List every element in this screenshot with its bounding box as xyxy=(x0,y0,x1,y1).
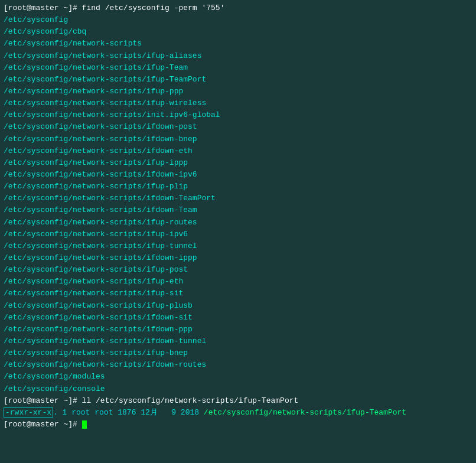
terminal-line: [root@master ~]# ll /etc/sysconfig/netwo… xyxy=(4,395,472,407)
cursor xyxy=(82,420,87,429)
terminal-line: -rwxr-xr-x. 1 root root 1876 12月 9 2018 … xyxy=(4,407,472,419)
terminal-line: /etc/sysconfig/network-scripts/ifup-Team xyxy=(4,62,472,74)
terminal-line: /etc/sysconfig/network-scripts/ifup-Team… xyxy=(4,74,472,86)
terminal-line: /etc/sysconfig/network-scripts/ifdown-pp… xyxy=(4,324,472,335)
terminal-line: /etc/sysconfig/network-scripts/ifup-eth xyxy=(4,276,472,288)
terminal-line: /etc/sysconfig/network-scripts/ifup-plus… xyxy=(4,300,472,312)
terminal-line: /etc/sysconfig xyxy=(4,14,472,26)
terminal-line: /etc/sysconfig/network-scripts/ifdown-ro… xyxy=(4,359,472,371)
terminal-line: /etc/sysconfig/cbq xyxy=(4,26,472,38)
terminal-line: /etc/sysconfig/modules xyxy=(4,371,472,383)
terminal-line: /etc/sysconfig/network-scripts/ifup-ipv6 xyxy=(4,229,472,240)
terminal-line: /etc/sysconfig/network-scripts/ifup-wire… xyxy=(4,97,472,109)
terminal-line: /etc/sysconfig/network-scripts/ifdown-Te… xyxy=(4,193,472,204)
terminal-line: /etc/sysconfig/network-scripts/ifup-bnep xyxy=(4,347,472,359)
terminal-line: /etc/sysconfig/network-scripts/ifdown-Te… xyxy=(4,204,472,216)
terminal-window: [root@master ~]# find /etc/sysconfig -pe… xyxy=(0,0,476,463)
terminal-line: /etc/sysconfig/network-scripts/ifup-post xyxy=(4,264,472,276)
terminal-line: /etc/sysconfig/network-scripts/ifdown-ip… xyxy=(4,252,472,264)
terminal-line: /etc/sysconfig/network-scripts/ifdown-si… xyxy=(4,312,472,324)
terminal-line: /etc/sysconfig/network-scripts/ifdown-et… xyxy=(4,145,472,157)
terminal-line: /etc/sysconfig/network-scripts xyxy=(4,38,472,50)
terminal-line: /etc/sysconfig/network-scripts/ifup-rout… xyxy=(4,217,472,229)
terminal-line: /etc/sysconfig/network-scripts/ifup-tunn… xyxy=(4,240,472,252)
terminal-line: /etc/sysconfig/network-scripts/ifdown-ip… xyxy=(4,169,472,181)
terminal-line: [root@master ~]# find /etc/sysconfig -pe… xyxy=(4,2,472,14)
file-link: /etc/sysconfig/network-scripts/ifup-Team… xyxy=(204,408,406,417)
permissions-box: -rwxr-xr-x xyxy=(4,407,53,418)
terminal-line: /etc/sysconfig/network-scripts/ifup-plip xyxy=(4,181,472,193)
terminal-prompt: [root@master ~]# xyxy=(4,419,472,431)
terminal-line: /etc/sysconfig/network-scripts/ifdown-po… xyxy=(4,121,472,133)
terminal-line: /etc/sysconfig/network-scripts/ifup-alia… xyxy=(4,50,472,62)
terminal-line: /etc/sysconfig/network-scripts/init.ipv6… xyxy=(4,109,472,121)
permissions-rest: . 1 root root 1876 12月 9 2018 xyxy=(53,408,204,417)
terminal-line: /etc/sysconfig/network-scripts/ifdown-bn… xyxy=(4,133,472,145)
terminal-line: /etc/sysconfig/network-scripts/ifup-sit xyxy=(4,288,472,299)
terminal-line: /etc/sysconfig/console xyxy=(4,383,472,395)
terminal-line: /etc/sysconfig/network-scripts/ifup-ippp xyxy=(4,157,472,169)
terminal-line: /etc/sysconfig/network-scripts/ifdown-tu… xyxy=(4,335,472,347)
terminal-line: /etc/sysconfig/network-scripts/ifup-ppp xyxy=(4,86,472,97)
